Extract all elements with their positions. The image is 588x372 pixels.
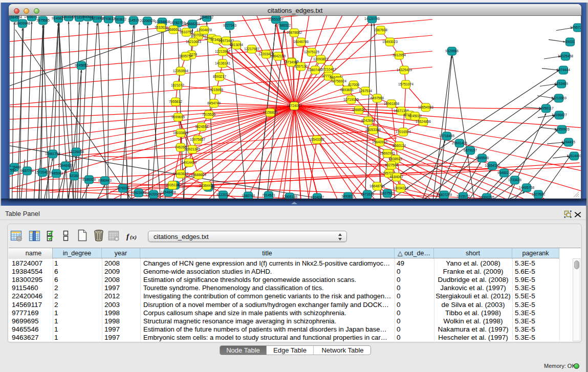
svg-text:3675685: 3675685 bbox=[36, 18, 50, 22]
svg-text:17016504: 17016504 bbox=[396, 130, 411, 134]
svg-text:6893651: 6893651 bbox=[340, 88, 354, 92]
svg-text:18807249: 18807249 bbox=[437, 193, 452, 196]
svg-text:1244415: 1244415 bbox=[562, 140, 575, 144]
svg-text:3912954: 3912954 bbox=[393, 53, 406, 57]
svg-text:16782759: 16782759 bbox=[170, 21, 185, 25]
svg-text:9699695: 9699695 bbox=[171, 115, 185, 119]
svg-text:10973493: 10973493 bbox=[219, 39, 234, 42]
svg-text:3493822: 3493822 bbox=[341, 194, 355, 198]
svg-text:9329966: 9329966 bbox=[445, 49, 459, 53]
svg-text:8242848: 8242848 bbox=[361, 119, 375, 122]
svg-text:15640910: 15640910 bbox=[372, 140, 387, 144]
svg-text:7955812: 7955812 bbox=[169, 100, 182, 103]
svg-text:16961858: 16961858 bbox=[384, 102, 399, 105]
svg-text:1153469: 1153469 bbox=[555, 82, 568, 85]
svg-text:7014521: 7014521 bbox=[262, 193, 275, 197]
svg-text:15751074: 15751074 bbox=[398, 82, 413, 86]
svg-text:8660124: 8660124 bbox=[393, 144, 406, 147]
svg-text:17957225: 17957225 bbox=[570, 26, 581, 29]
svg-text:8454749: 8454749 bbox=[207, 101, 221, 105]
svg-text:12353594: 12353594 bbox=[173, 69, 188, 73]
svg-text:18724007: 18724007 bbox=[287, 104, 302, 107]
svg-text:7515526: 7515526 bbox=[202, 113, 215, 116]
svg-text:13642199: 13642199 bbox=[270, 54, 286, 58]
svg-text:28053346: 28053346 bbox=[365, 128, 381, 132]
svg-text:8990443: 8990443 bbox=[98, 179, 112, 182]
svg-text:7204087: 7204087 bbox=[311, 195, 324, 199]
svg-text:9657791: 9657791 bbox=[20, 169, 34, 172]
svg-text:19166827: 19166827 bbox=[552, 113, 567, 117]
svg-text:f: f bbox=[126, 232, 130, 240]
svg-text:6879197: 6879197 bbox=[464, 148, 477, 152]
svg-text:10653267: 10653267 bbox=[268, 17, 284, 21]
svg-text:11514491: 11514491 bbox=[567, 154, 581, 158]
svg-text:10686619: 10686619 bbox=[166, 28, 181, 31]
svg-text:1327602: 1327602 bbox=[532, 192, 545, 196]
svg-text:12905135: 12905135 bbox=[282, 195, 297, 199]
svg-text:9327508: 9327508 bbox=[385, 163, 398, 167]
svg-text:12093872: 12093872 bbox=[313, 57, 329, 61]
svg-text:10756924: 10756924 bbox=[331, 79, 346, 83]
svg-text:8186328: 8186328 bbox=[82, 178, 96, 181]
svg-text:15300295: 15300295 bbox=[479, 195, 494, 199]
svg-text:9227343: 9227343 bbox=[223, 24, 236, 27]
svg-text:14495758: 14495758 bbox=[519, 186, 534, 189]
svg-text:8813054: 8813054 bbox=[230, 43, 243, 47]
svg-text:17004678: 17004678 bbox=[197, 28, 212, 32]
svg-text:9465546: 9465546 bbox=[475, 156, 489, 160]
svg-text:1733426: 1733426 bbox=[508, 178, 521, 182]
svg-text:3824554: 3824554 bbox=[195, 125, 208, 128]
svg-text:10154808: 10154808 bbox=[155, 20, 170, 24]
svg-text:7386322: 7386322 bbox=[277, 24, 291, 27]
svg-text:16033809: 16033809 bbox=[173, 131, 188, 135]
svg-text:20691406: 20691406 bbox=[452, 141, 467, 145]
svg-text:8267130: 8267130 bbox=[294, 64, 308, 68]
svg-text:10025458: 10025458 bbox=[558, 54, 573, 58]
svg-text:15692971: 15692971 bbox=[380, 151, 395, 155]
svg-text:1080748: 1080748 bbox=[242, 194, 255, 198]
svg-text:14325419: 14325419 bbox=[397, 68, 412, 72]
svg-text:1267534: 1267534 bbox=[359, 89, 372, 93]
svg-text:11548408: 11548408 bbox=[161, 190, 176, 194]
svg-text:9245652: 9245652 bbox=[75, 63, 88, 67]
svg-text:17210467: 17210467 bbox=[321, 68, 336, 71]
svg-text:10654983: 10654983 bbox=[418, 105, 433, 109]
svg-text:10543392: 10543392 bbox=[309, 138, 324, 141]
svg-text:2935114: 2935114 bbox=[166, 183, 179, 187]
svg-text:16961758: 16961758 bbox=[45, 152, 60, 156]
svg-text:8593217: 8593217 bbox=[213, 75, 226, 78]
svg-text:14914479: 14914479 bbox=[181, 161, 197, 164]
svg-text:62160: 62160 bbox=[70, 174, 79, 178]
svg-text:9474444: 9474444 bbox=[557, 68, 570, 72]
svg-text:16046786: 16046786 bbox=[293, 40, 309, 43]
svg-text:9927509: 9927509 bbox=[381, 191, 394, 195]
svg-text:12975125: 12975125 bbox=[304, 50, 319, 54]
svg-text:14463627: 14463627 bbox=[173, 172, 188, 176]
svg-text:9346212: 9346212 bbox=[200, 16, 213, 19]
svg-text:13524856: 13524856 bbox=[416, 120, 431, 123]
svg-text:12213369: 12213369 bbox=[551, 96, 567, 100]
svg-text:1615172: 1615172 bbox=[456, 194, 470, 198]
svg-text:10958117: 10958117 bbox=[538, 106, 554, 110]
svg-text:7485083: 7485083 bbox=[50, 171, 63, 175]
svg-text:6497568: 6497568 bbox=[371, 96, 384, 100]
svg-text:8427552: 8427552 bbox=[10, 168, 16, 172]
svg-text:7663822: 7663822 bbox=[113, 17, 126, 21]
svg-text:11156829: 11156829 bbox=[263, 111, 278, 114]
svg-text:15716485: 15716485 bbox=[439, 134, 454, 138]
svg-text:114519: 114519 bbox=[128, 18, 139, 22]
svg-text:12217987: 12217987 bbox=[244, 47, 259, 51]
svg-text:20206526: 20206526 bbox=[140, 19, 155, 23]
svg-text:10654112: 10654112 bbox=[485, 164, 500, 167]
svg-text:16648784: 16648784 bbox=[369, 184, 385, 188]
svg-text:17359926: 17359926 bbox=[554, 127, 570, 131]
svg-text:20364436: 20364436 bbox=[199, 184, 214, 187]
svg-text:16210643: 16210643 bbox=[186, 40, 201, 43]
svg-text:23420046: 23420046 bbox=[146, 192, 161, 196]
svg-text:6184067: 6184067 bbox=[390, 175, 403, 179]
svg-text:20878682: 20878682 bbox=[287, 31, 302, 34]
svg-text:3878332: 3878332 bbox=[116, 186, 129, 190]
svg-text:8471626: 8471626 bbox=[361, 192, 374, 196]
svg-text:10946927: 10946927 bbox=[58, 164, 73, 167]
svg-text:14120746: 14120746 bbox=[364, 17, 380, 20]
